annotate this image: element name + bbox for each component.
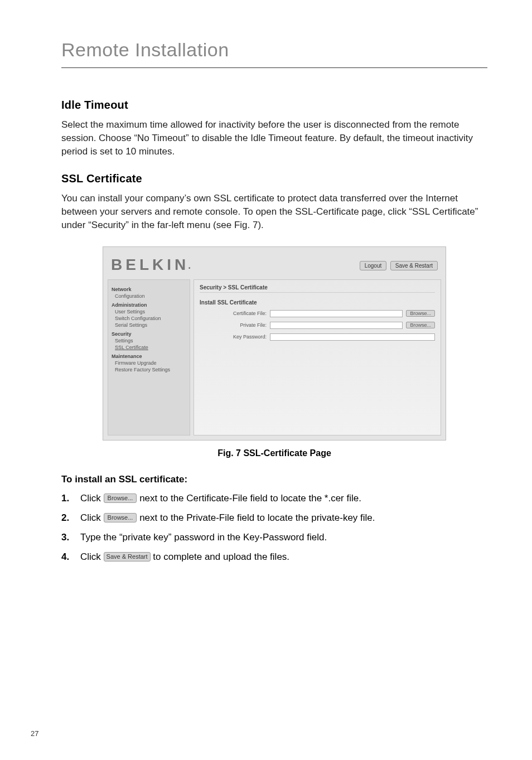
page-title: Remote Installation (61, 39, 487, 68)
screenshot-ssl-page: BELKIN. Logout Save & Restart Network Co… (103, 246, 446, 440)
step-4: 4. Click Save & Restart to complete and … (61, 549, 487, 564)
row-certificate-file: Certificate File: Browse... (200, 310, 435, 317)
row-key-password: Key Password: (200, 333, 435, 341)
brand-text: BELKIN (111, 256, 189, 273)
step-3-number: 3. (61, 530, 80, 545)
step-2-text-b: next to the Private-File field to locate… (139, 512, 375, 523)
sidebar-group-security: Security (112, 331, 186, 337)
browse-button-inline-1[interactable]: Browse... (104, 493, 137, 503)
content-subtitle: Install SSL Certificate (200, 299, 435, 306)
step-3-text: Type the “private key” password in the K… (80, 530, 327, 545)
step-1-number: 1. (61, 491, 80, 506)
step-1-text-a: Click (80, 493, 104, 504)
private-file-browse-button[interactable]: Browse... (406, 322, 435, 328)
step-2-text-a: Click (80, 512, 104, 523)
sidebar: Network Configuration Administration Use… (108, 279, 190, 435)
step-2-number: 2. (61, 510, 80, 525)
sidebar-group-network: Network (112, 287, 186, 292)
page-number: 27 (31, 729, 38, 738)
figure-caption: Fig. 7 SSL-Certificate Page (61, 448, 487, 458)
logout-button[interactable]: Logout (360, 261, 387, 270)
sidebar-group-administration: Administration (112, 302, 186, 308)
breadcrumb: Security > SSL Certificate (200, 284, 435, 293)
step-4-text-b: to complete and upload the files. (153, 551, 289, 562)
step-3: 3. Type the “private key” password in th… (61, 530, 487, 545)
sidebar-item-user-settings[interactable]: User Settings (115, 309, 186, 314)
sidebar-item-firmware-upgrade[interactable]: Firmware Upgrade (115, 360, 186, 366)
ssl-certificate-heading: SSL Certificate (61, 172, 487, 185)
step-2: 2. Click Browse... next to the Private-F… (61, 510, 487, 525)
certificate-file-input[interactable] (270, 310, 403, 317)
row-private-file: Private File: Browse... (200, 322, 435, 329)
private-file-input[interactable] (270, 322, 403, 329)
sidebar-item-restore-factory[interactable]: Restore Factory Settings (115, 367, 186, 372)
browse-button-inline-2[interactable]: Browse... (104, 513, 137, 522)
figure: BELKIN. Logout Save & Restart Network Co… (61, 246, 487, 458)
idle-timeout-heading: Idle Timeout (61, 99, 487, 112)
content-panel: Security > SSL Certificate Install SSL C… (194, 279, 441, 435)
steps-title: To install an SSL certificate: (61, 474, 487, 485)
brand-dot: . (188, 260, 191, 271)
sidebar-group-maintenance: Maintenance (112, 354, 186, 359)
key-password-label: Key Password: (200, 334, 267, 340)
certificate-file-browse-button[interactable]: Browse... (406, 310, 435, 317)
step-4-text-a: Click (80, 551, 104, 562)
screenshot-header: BELKIN. Logout Save & Restart (108, 251, 441, 279)
sidebar-item-ssl-certificate[interactable]: SSL Certificate (115, 345, 186, 350)
step-1-text-b: next to the Certificate-File field to lo… (139, 493, 361, 504)
step-1: 1. Click Browse... next to the Certifica… (61, 491, 487, 506)
brand-logo: BELKIN. (111, 256, 192, 274)
private-file-label: Private File: (200, 322, 267, 328)
sidebar-item-configuration[interactable]: Configuration (115, 293, 186, 299)
sidebar-item-switch-configuration[interactable]: Switch Configuration (115, 316, 186, 321)
key-password-input[interactable] (270, 333, 435, 341)
sidebar-item-serial-settings[interactable]: Serial Settings (115, 322, 186, 328)
ssl-certificate-paragraph: You can install your company’s own SSL c… (61, 192, 487, 231)
steps-list: 1. Click Browse... next to the Certifica… (61, 491, 487, 565)
save-restart-button[interactable]: Save & Restart (390, 261, 438, 270)
sidebar-item-settings[interactable]: Settings (115, 338, 186, 343)
certificate-file-label: Certificate File: (200, 311, 267, 316)
save-restart-button-inline[interactable]: Save & Restart (104, 552, 151, 561)
step-4-number: 4. (61, 549, 80, 564)
idle-timeout-paragraph: Select the maximum time allowed for inac… (61, 118, 487, 158)
